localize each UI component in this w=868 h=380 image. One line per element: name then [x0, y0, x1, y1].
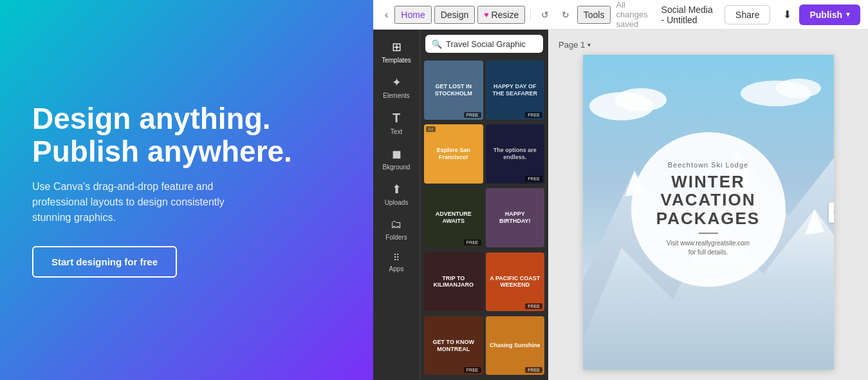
canvas-circle: Beechtown Ski Lodge WINTER VACATION PACK… [631, 132, 786, 287]
text-icon: T [392, 111, 400, 126]
save-status: All changes saved [616, 0, 656, 29]
search-bar: 🔍 ✕ [425, 35, 543, 53]
collapse-panel-button[interactable]: ‹ [829, 202, 834, 223]
sidebar-uploads-label: Uploads [385, 199, 409, 206]
search-icon: 🔍 [432, 39, 442, 49]
template-card[interactable]: HAPPY DAY OF THE SEAFARER FREE [486, 61, 545, 120]
ad-badge: Ad [426, 126, 436, 132]
background-icon: ◼ [392, 147, 402, 161]
sidebar-elements-label: Elements [383, 92, 410, 99]
back-button[interactable]: ‹ [381, 6, 392, 23]
free-badge: FREE [525, 112, 542, 118]
tools-button[interactable]: Tools [577, 6, 611, 24]
sidebar-folders-label: Folders [385, 234, 407, 241]
hero-title: Design anything. Publish anywhere. [32, 102, 341, 167]
template-card[interactable]: Chasing Sunshine FREE [486, 316, 545, 375]
canvas-main-title: WINTER VACATION PACKAGES [656, 173, 760, 228]
document-name: Social Media - Untitled [661, 5, 714, 25]
free-badge: FREE [525, 303, 542, 309]
canvas-area: Page 1 ▾ [548, 30, 868, 380]
free-badge: FREE [464, 240, 481, 245]
start-designing-button[interactable]: Start designing for free [32, 246, 177, 278]
redo-button[interactable]: ↻ [557, 7, 575, 23]
apps-icon: ⠿ [393, 252, 400, 263]
toolbar-separator [530, 8, 531, 21]
publish-chevron-icon: ▾ [846, 10, 850, 19]
sidebar: ⊞ Templates ✦ Elements T Text ◼ Bkground… [373, 30, 420, 380]
template-card[interactable]: HAPPY BIRTHDAY! [486, 188, 545, 247]
free-badge: FREE [525, 367, 542, 373]
templates-grid: GET LOST IN STOCKHOLM FREE HAPPY DAY OF … [420, 58, 548, 380]
template-card[interactable]: The options are endless. FREE [486, 124, 545, 184]
sidebar-item-uploads[interactable]: ⬆ Uploads [376, 177, 417, 211]
free-badge: FREE [464, 112, 481, 118]
folders-icon: 🗂 [391, 218, 402, 231]
template-card[interactable]: ADVENTURE AWAITS FREE [424, 188, 483, 247]
resize-button[interactable]: ♥ Resize [477, 6, 525, 24]
template-card[interactable]: TRIP TO KILIMANJARO [424, 252, 483, 312]
publish-button[interactable]: Publish ▾ [799, 5, 860, 25]
page-label: Page 1 ▾ [559, 40, 591, 50]
elements-icon: ✦ [392, 75, 402, 90]
sidebar-item-templates[interactable]: ⊞ Templates [376, 35, 417, 69]
home-button[interactable]: Home [394, 6, 431, 24]
templates-icon: ⊞ [392, 40, 402, 54]
sidebar-item-elements[interactable]: ✦ Elements [376, 70, 417, 104]
template-card[interactable]: GET LOST IN STOCKHOLM FREE [424, 61, 483, 120]
sidebar-templates-label: Templates [382, 57, 411, 64]
free-badge: FREE [525, 176, 542, 182]
sidebar-item-apps[interactable]: ⠿ Apps [376, 247, 417, 278]
svg-point-8 [615, 88, 667, 111]
uploads-icon: ⬆ [392, 182, 402, 196]
undo-button[interactable]: ↺ [536, 7, 554, 23]
template-card[interactable]: A PACIFIC COAST WEEKEND FREE [486, 252, 545, 312]
sidebar-apps-label: Apps [389, 265, 404, 272]
canvas-divider [699, 233, 718, 234]
canvas-subtitle: Visit www.reallygreatsite.comfor full de… [667, 240, 750, 258]
template-card[interactable]: GET TO KNOW MONTREAL FREE [424, 316, 483, 375]
resize-heart-icon: ♥ [484, 10, 488, 19]
templates-panel: 🔍 ✕ GET LOST IN STOCKHOLM FREE HAPPY DAY… [420, 30, 548, 380]
editor-toolbar: ‹ Home Design ♥ Resize ↺ ↻ Tools All cha… [373, 0, 868, 30]
sidebar-item-background[interactable]: ◼ Bkground [376, 142, 417, 176]
editor-body: ⊞ Templates ✦ Elements T Text ◼ Bkground… [373, 30, 868, 380]
sidebar-text-label: Text [391, 128, 402, 135]
canvas-card[interactable]: Beechtown Ski Lodge WINTER VACATION PACK… [583, 55, 834, 370]
sidebar-item-text[interactable]: T Text [376, 106, 417, 140]
template-card[interactable]: Explore San Francisco! Ad [424, 124, 483, 184]
download-button[interactable]: ⬇ [778, 6, 797, 23]
share-button[interactable]: Share [725, 5, 770, 24]
hero-section: Design anything. Publish anywhere. Use C… [0, 0, 373, 380]
design-button[interactable]: Design [434, 6, 476, 24]
search-input[interactable] [446, 39, 548, 49]
sidebar-item-folders[interactable]: 🗂 Folders [376, 213, 417, 246]
free-badge: FREE [464, 367, 481, 373]
svg-point-10 [776, 79, 821, 98]
sidebar-background-label: Bkground [383, 164, 411, 171]
editor-section: ‹ Home Design ♥ Resize ↺ ↻ Tools All cha… [373, 0, 868, 380]
page-chevron-icon: ▾ [587, 41, 591, 48]
hero-subtitle: Use Canva's drag-and-drop feature and pr… [32, 179, 264, 225]
canvas-lodge-name: Beechtown Ski Lodge [668, 161, 748, 169]
